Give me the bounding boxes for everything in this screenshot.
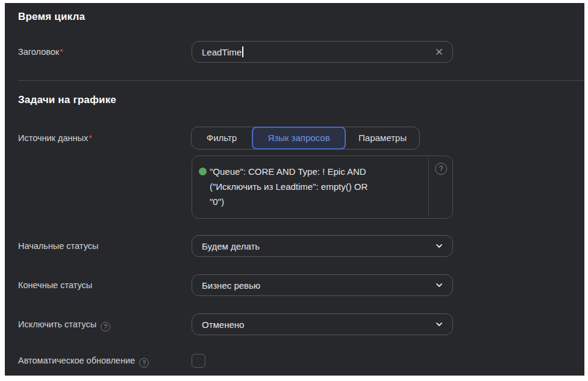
title-input[interactable]: LeadTime [192,41,453,63]
text-cursor [242,46,243,57]
scrollbar-divider [428,159,429,216]
query-line: ("Исключить из Leadtime": empty() OR [210,179,396,194]
initial-statuses-value: Будем делать [202,241,260,251]
required-asterisk: * [89,133,92,143]
query-line: "Queue": CORE AND Type: ! Epic AND [210,164,396,179]
tab-parameters[interactable]: Параметры [346,127,419,149]
section-title-cycle-time: Время цикла [18,11,85,23]
query-text: "Queue": CORE AND Type: ! Epic AND ("Иск… [210,164,396,209]
exclude-statuses-value: Отменено [202,320,244,330]
title-input-value: LeadTime [202,47,242,57]
chevron-down-icon [434,320,444,329]
query-help-icon[interactable]: ? [435,163,447,175]
clear-icon[interactable] [434,47,444,57]
title-field-label: Заголовок* [18,41,63,63]
data-source-tab-group: Фильтр Язык запросов Параметры [191,127,420,150]
final-statuses-select[interactable]: Бизнес ревью [192,274,453,296]
required-asterisk: * [60,47,63,57]
tab-filter[interactable]: Фильтр [192,127,252,149]
auto-update-label: Автоматическое обновление? [18,350,149,371]
settings-panel: Время цикла Заголовок* LeadTime Задачи н… [5,3,584,376]
tab-query-language[interactable]: Язык запросов [252,127,346,150]
section-title-chart-tasks: Задачи на графике [18,94,116,106]
query-editor[interactable]: "Queue": CORE AND Type: ! Epic AND ("Иск… [192,156,453,219]
auto-update-help-icon[interactable]: ? [139,358,149,368]
final-statuses-value: Бизнес ревью [202,280,260,291]
query-valid-indicator [199,168,207,175]
auto-update-checkbox[interactable] [192,354,205,368]
section-divider [18,80,584,81]
query-line: "0") [210,194,396,209]
exclude-statuses-select[interactable]: Отменено [192,313,453,335]
exclude-statuses-label: Исключить статусы? [18,313,110,335]
chevron-down-icon [434,241,444,251]
initial-statuses-label: Начальные статусы [18,235,98,257]
data-source-label: Источник данных* [18,127,92,150]
chevron-down-icon [434,280,444,290]
final-statuses-label: Конечные статусы [18,274,92,296]
initial-statuses-select[interactable]: Будем делать [192,235,453,257]
exclude-statuses-help-icon[interactable]: ? [101,322,110,332]
